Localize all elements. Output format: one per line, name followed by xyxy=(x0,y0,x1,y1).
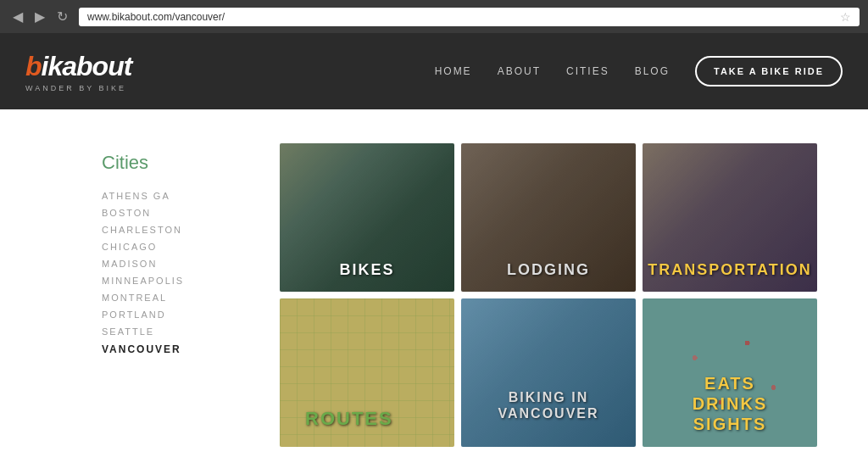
city-item-boston[interactable]: BOSTON xyxy=(102,208,254,218)
nav-links: HOME ABOUT CITIES BLOG TAKE A BIKE RIDE xyxy=(435,56,843,86)
transportation-label: TRANSPORTATION xyxy=(648,261,811,279)
logo: bikabout xyxy=(25,51,131,82)
grid-cell-bikes[interactable]: BIKES xyxy=(280,143,454,292)
city-item-madison[interactable]: MADISON xyxy=(102,259,254,269)
routes-label: ROUTES xyxy=(305,408,393,430)
nav-home[interactable]: HOME xyxy=(435,65,472,77)
grid-cell-eats[interactable]: EATSDRINKSSIGHTS xyxy=(643,298,817,447)
lodging-label: LODGING xyxy=(507,261,590,279)
grid-cell-lodging[interactable]: LODGING xyxy=(461,143,636,292)
refresh-button[interactable]: ↻ xyxy=(53,7,72,26)
back-button[interactable]: ◀ xyxy=(8,7,27,26)
city-list: ATHENS GA BOSTON CHARLESTON CHICAGO MADI… xyxy=(102,191,254,355)
biking-image xyxy=(461,298,636,447)
nav-blog[interactable]: BLOG xyxy=(635,65,670,77)
biking-label: BIKING INVANCOUVER xyxy=(498,389,598,421)
city-item-athens[interactable]: ATHENS GA xyxy=(102,191,254,201)
nav-buttons: ◀ ▶ ↻ xyxy=(8,7,72,26)
grid-cell-biking[interactable]: BIKING INVANCOUVER xyxy=(461,298,636,447)
sidebar-title: Cities xyxy=(102,152,254,174)
bikes-label: BIKES xyxy=(339,261,394,279)
eats-label: EATSDRINKSSIGHTS xyxy=(693,373,768,434)
bookmark-icon: ☆ xyxy=(840,10,851,24)
nav-about[interactable]: ABOUT xyxy=(498,65,541,77)
city-item-chicago[interactable]: CHICAGO xyxy=(102,242,254,252)
sidebar: Cities ATHENS GA BOSTON CHARLESTON CHICA… xyxy=(102,143,254,466)
nav-cities[interactable]: CITIES xyxy=(566,65,609,77)
url-bar[interactable]: www.bikabout.com/vancouver/ ☆ xyxy=(79,8,860,26)
url-text: www.bikabout.com/vancouver/ xyxy=(87,11,225,23)
site-nav: bikabout WANDER BY BIKE HOME ABOUT CITIE… xyxy=(0,33,868,109)
forward-button[interactable]: ▶ xyxy=(31,7,49,26)
city-item-seattle[interactable]: SEATTLE xyxy=(102,326,254,337)
city-item-vancouver[interactable]: VANCOUVER xyxy=(102,343,254,355)
browser-chrome: ◀ ▶ ↻ www.bikabout.com/vancouver/ ☆ xyxy=(0,0,868,33)
nav-cta[interactable]: TAKE A BIKE RIDE xyxy=(695,56,843,86)
logo-area: bikabout WANDER BY BIKE xyxy=(25,51,131,92)
city-item-montreal[interactable]: MONTREAL xyxy=(102,293,254,303)
city-item-portland[interactable]: PORTLAND xyxy=(102,309,254,320)
grid-cell-routes[interactable]: ROUTES xyxy=(280,298,454,447)
city-item-minneapolis[interactable]: MINNEAPOLIS xyxy=(102,276,254,286)
city-item-charleston[interactable]: CHARLESTON xyxy=(102,225,254,235)
content-grid: BIKES LODGING TRANSPORTATION ROUTES BIKI… xyxy=(280,143,817,466)
main-content: Cities ATHENS GA BOSTON CHARLESTON CHICA… xyxy=(0,109,868,474)
grid-cell-transportation[interactable]: TRANSPORTATION xyxy=(643,143,817,292)
logo-tagline: WANDER BY BIKE xyxy=(25,84,131,92)
